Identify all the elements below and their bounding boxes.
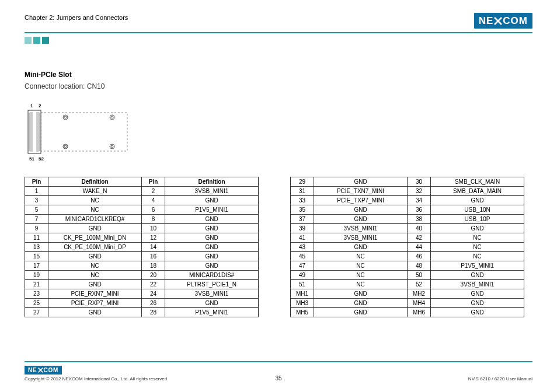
table-row: 31PCIE_TXN7_MINI32SMB_DATA_MAIN xyxy=(291,187,524,196)
def-cell: CK_PE_100M_Mini_DP xyxy=(48,243,142,252)
def-cell: NC xyxy=(48,261,142,271)
pin-cell: 25 xyxy=(25,299,48,308)
pin-cell: 44 xyxy=(408,243,431,252)
pin-cell: 46 xyxy=(408,252,431,261)
table-row: 27GND28P1V5_MINI1 xyxy=(25,308,259,317)
table-row: 9GND10GND xyxy=(25,224,259,233)
connector-location: Connector location: CN10 xyxy=(25,82,532,90)
table-row: MH5GNDMH6GND xyxy=(291,308,524,317)
pin-cell: MH6 xyxy=(408,308,431,317)
def-cell: NC xyxy=(431,233,524,243)
pin-cell: 47 xyxy=(291,261,314,271)
pin-cell: 33 xyxy=(291,196,314,205)
logo-x-icon xyxy=(494,17,502,25)
table-row: 37GND38USB_10P xyxy=(291,215,524,224)
svg-rect-1 xyxy=(28,110,41,153)
pin-cell: 42 xyxy=(408,233,431,243)
diagram-pin-52-label: 52 xyxy=(39,156,44,162)
pin-cell: 51 xyxy=(291,280,314,289)
pin-cell: MH1 xyxy=(291,289,314,299)
pin-cell: 49 xyxy=(291,271,314,280)
def-cell: SMB_CLK_MAIN xyxy=(431,177,524,187)
diagram-pin-2-label: 2 xyxy=(39,103,41,108)
def-cell: PCIE_TXN7_MINI xyxy=(314,187,408,196)
table-row: 25PCIE_RXP7_MINI26GND xyxy=(25,299,259,308)
svg-point-79 xyxy=(111,145,113,148)
pin-cell: 19 xyxy=(25,271,48,280)
def-cell: GND xyxy=(314,308,408,317)
def-cell: GND xyxy=(48,280,142,289)
logo-header: NECOM xyxy=(474,13,532,29)
pin-cell: 21 xyxy=(25,280,48,289)
th-def: Definition xyxy=(48,177,142,187)
pin-cell: 10 xyxy=(142,224,165,233)
table-row: MH3GNDMH4GND xyxy=(291,299,524,308)
def-cell: GND xyxy=(314,205,408,215)
table-row: 5NC6P1V5_MINI1 xyxy=(25,205,259,215)
table-row: 3NC4GND xyxy=(25,196,259,205)
table-row: 13CK_PE_100M_Mini_DP14GND xyxy=(25,243,259,252)
svg-point-77 xyxy=(64,145,67,148)
pin-cell: 7 xyxy=(25,215,48,224)
logo-x-icon xyxy=(38,368,43,373)
pin-cell: 13 xyxy=(25,243,48,252)
pin-cell: 52 xyxy=(408,280,431,289)
pin-cell: 38 xyxy=(408,215,431,224)
def-cell: GND xyxy=(48,224,142,233)
def-cell: NC xyxy=(431,243,524,252)
pin-cell: 8 xyxy=(142,215,165,224)
table-row: 23PCIE_RXN7_MINI243VSB_MINI1 xyxy=(25,289,259,299)
def-cell: NC xyxy=(314,261,408,271)
table-row: MH1GNDMH2GND xyxy=(291,289,524,299)
def-cell: P1V5_MINI1 xyxy=(165,308,259,317)
pin-cell: 16 xyxy=(142,252,165,261)
section-title: Mini-PCIe Slot xyxy=(25,71,532,79)
def-cell: GND xyxy=(165,233,259,243)
footer-divider xyxy=(25,361,532,362)
header-divider xyxy=(25,32,532,33)
pin-cell: 3 xyxy=(25,196,48,205)
pin-cell: 5 xyxy=(25,205,48,215)
def-cell: 3VSB_MINI1 xyxy=(314,233,408,243)
table-row: 15GND16GND xyxy=(25,252,259,261)
th-pin: Pin xyxy=(25,177,48,187)
def-cell: 3VSB_MINI1 xyxy=(314,224,408,233)
th-pin2: Pin xyxy=(142,177,165,187)
def-cell: WAKE_N xyxy=(48,187,142,196)
table-row: 43GND44NC xyxy=(291,243,524,252)
table-row: 1WAKE_N23VSB_MINI1 xyxy=(25,187,259,196)
pin-cell: 12 xyxy=(142,233,165,243)
def-cell: PCIE_RXN7_MINI xyxy=(48,289,142,299)
def-cell: MINICARD1CLKREQ# xyxy=(48,215,142,224)
def-cell: GND xyxy=(165,243,259,252)
pin-cell: 37 xyxy=(291,215,314,224)
def-cell: P1V5_MINI1 xyxy=(165,205,259,215)
def-cell: GND xyxy=(431,196,524,205)
pin-cell: 23 xyxy=(25,289,48,299)
def-cell: GND xyxy=(431,299,524,308)
pin-cell: 34 xyxy=(408,196,431,205)
pin-cell: 41 xyxy=(291,233,314,243)
def-cell: GND xyxy=(165,215,259,224)
pin-cell: 14 xyxy=(142,243,165,252)
table-row: 47NC48P1V5_MINI1 xyxy=(291,261,524,271)
svg-point-74 xyxy=(110,115,114,120)
def-cell: USB_10P xyxy=(431,215,524,224)
def-cell: 3VSB_MINI1 xyxy=(165,289,259,299)
table-row: 393VSB_MINI140GND xyxy=(291,224,524,233)
pin-cell: 1 xyxy=(25,187,48,196)
table-row: 49NC50GND xyxy=(291,271,524,280)
th-def2: Definition xyxy=(165,177,259,187)
def-cell: NC xyxy=(48,271,142,280)
logo-footer: NECOM xyxy=(25,366,62,374)
table-row: 7MINICARD1CLKREQ#8GND xyxy=(25,215,259,224)
def-cell: GND xyxy=(165,261,259,271)
svg-point-78 xyxy=(110,144,114,149)
def-cell: GND xyxy=(314,289,408,299)
def-cell: GND xyxy=(431,308,524,317)
def-cell: GND xyxy=(48,252,142,261)
def-cell: 3VSB_MINI1 xyxy=(431,280,524,289)
def-cell: GND xyxy=(431,271,524,280)
table-row: 413VSB_MINI142NC xyxy=(291,233,524,243)
def-cell: PCIE_RXP7_MINI xyxy=(48,299,142,308)
